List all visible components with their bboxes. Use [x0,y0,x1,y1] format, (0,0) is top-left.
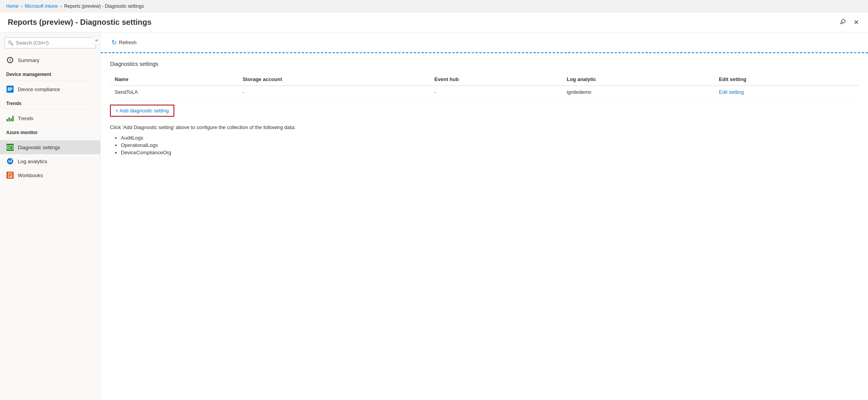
diagnostics-table: Name Storage account Event hub Log analy… [110,73,859,98]
section-title: Diagnostics settings [110,61,859,67]
sidebar-item-trends[interactable]: Trends [0,111,100,125]
search-input[interactable] [5,37,96,48]
trends-icon [6,114,14,122]
col-loganalytic: Log analytic [562,73,714,86]
page-title: Reports (preview) - Diagnostic settings [8,18,838,27]
edit-setting-link[interactable]: Edit setting [719,89,744,95]
svg-rect-11 [11,159,12,162]
sidebar-item-label: Trends [18,116,33,121]
row-eventhub: - [430,86,562,98]
sidebar-item-label: Diagnostic settings [18,145,60,150]
sidebar-search-container: 🔍 [5,37,96,48]
sidebar-item-label: Summary [18,57,40,63]
svg-rect-7 [8,148,10,148]
sidebar-collapse-button[interactable]: « [93,36,101,45]
content-area: ↻ Refresh Diagnostics settings Name Stor… [101,33,868,400]
title-bar: Reports (preview) - Diagnostic settings … [0,12,868,33]
sidebar-item-label: Log analytics [18,159,47,164]
refresh-icon: ↻ [112,39,117,46]
sidebar-divider-2 [6,109,94,110]
toolbar: ↻ Refresh [101,33,868,53]
col-storage: Storage account [238,73,430,86]
breadcrumb-home[interactable]: Home [6,3,19,9]
sidebar-section-trends: Trends [0,96,100,108]
breadcrumb-sep-1: › [21,3,22,9]
pin-button[interactable] [838,17,847,28]
info-icon: i [6,56,14,64]
svg-rect-10 [10,161,10,162]
table-row: SendToLA - - ignitedemo Edit setting [110,86,859,98]
sidebar-item-diagnostic-settings[interactable]: Diagnostic settings [0,140,100,154]
content-body: Diagnostics settings Name Storage accoun… [101,53,868,165]
sidebar: 🔍 « i Summary Device management [0,33,101,400]
col-editsetting: Edit setting [714,73,859,86]
sidebar-divider-1 [6,80,94,81]
svg-rect-2 [8,89,12,90]
compliance-icon [6,85,14,93]
row-name: SendToLA [110,86,238,98]
svg-rect-14 [9,174,12,174]
search-icon: 🔍 [8,40,14,46]
svg-rect-1 [8,88,12,88]
sidebar-item-label: Workbooks [18,172,43,178]
breadcrumb-current: Reports (preview) - Diagnostic settings [64,3,144,9]
workbooks-icon [6,171,14,179]
info-text: Click 'Add Diagnostic setting' above to … [110,124,859,130]
row-editsetting[interactable]: Edit setting [714,86,859,98]
title-bar-actions: ✕ [838,17,860,28]
diagnostic-icon [6,143,14,151]
sidebar-item-device-compliance[interactable]: Device compliance [0,82,100,96]
sidebar-divider-3 [6,138,94,139]
col-name: Name [110,73,238,86]
sidebar-item-workbooks[interactable]: Workbooks [0,168,100,182]
close-button[interactable]: ✕ [852,17,860,28]
list-item-auditlogs: AuditLogs [121,135,859,141]
list-item-devicecomplianceorg: DeviceComplianceOrg [121,150,859,155]
col-eventhub: Event hub [430,73,562,86]
breadcrumb-bar: Home › Microsoft Intune › Reports (previ… [0,0,868,12]
list-item-operationallogs: OperationalLogs [121,142,859,148]
refresh-label: Refresh [119,40,137,45]
svg-rect-15 [9,175,12,176]
row-storage: - [238,86,430,98]
add-diagnostic-setting-button[interactable]: + Add diagnostic setting [110,105,174,117]
sidebar-section-azure-monitor: Azure monitor [0,125,100,137]
svg-rect-6 [8,147,12,147]
breadcrumb-sep-2: › [60,3,62,9]
loganalytics-icon [6,157,14,165]
sidebar-item-log-analytics[interactable]: Log analytics [0,154,100,168]
svg-rect-9 [9,160,9,162]
refresh-button[interactable]: ↻ Refresh [108,36,140,48]
main-layout: 🔍 « i Summary Device management [0,33,868,400]
row-loganalytic: ignitedemo [562,86,714,98]
svg-rect-16 [9,176,10,177]
svg-rect-3 [8,90,11,91]
bullet-list: AuditLogs OperationalLogs DeviceComplian… [110,135,859,155]
sidebar-item-summary[interactable]: i Summary [0,53,100,67]
sidebar-section-device-management: Device management [0,67,100,79]
breadcrumb-intune[interactable]: Microsoft Intune [25,3,58,9]
sidebar-item-label: Device compliance [18,86,60,92]
